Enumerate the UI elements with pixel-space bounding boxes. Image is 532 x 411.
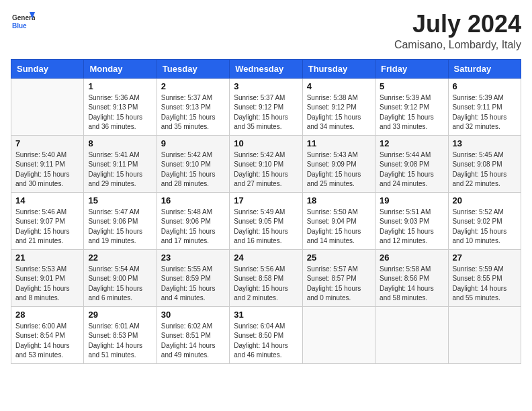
day-number: 16 <box>161 195 225 205</box>
day-number: 11 <box>307 138 371 148</box>
day-info: Sunrise: 5:48 AM Sunset: 9:06 PM Dayligh… <box>161 208 225 246</box>
day-info: Sunrise: 5:45 AM Sunset: 9:08 PM Dayligh… <box>453 150 517 189</box>
day-info: Sunrise: 5:49 AM Sunset: 9:05 PM Dayligh… <box>234 208 298 246</box>
weekday-header-row: SundayMondayTuesdayWednesdayThursdayFrid… <box>11 59 521 78</box>
day-info: Sunrise: 5:43 AM Sunset: 9:09 PM Dayligh… <box>307 150 371 189</box>
day-number: 19 <box>380 195 443 205</box>
day-cell: 5Sunrise: 5:39 AM Sunset: 9:12 PM Daylig… <box>375 78 448 135</box>
day-number: 2 <box>161 81 225 91</box>
day-info: Sunrise: 6:00 AM Sunset: 8:54 PM Dayligh… <box>15 322 79 361</box>
day-cell: 18Sunrise: 5:50 AM Sunset: 9:04 PM Dayli… <box>302 192 375 249</box>
day-number: 20 <box>453 195 517 205</box>
title-block: July 2024 Camisano, Lombardy, Italy <box>394 11 521 51</box>
day-cell: 3Sunrise: 5:37 AM Sunset: 9:12 PM Daylig… <box>230 78 302 135</box>
weekday-header-saturday: Saturday <box>448 59 521 78</box>
weekday-header-thursday: Thursday <box>302 59 375 78</box>
svg-text:Blue: Blue <box>12 22 27 30</box>
day-number: 8 <box>88 138 152 148</box>
day-cell: 15Sunrise: 5:47 AM Sunset: 9:06 PM Dayli… <box>84 192 157 249</box>
day-info: Sunrise: 5:59 AM Sunset: 8:55 PM Dayligh… <box>453 265 517 304</box>
day-cell: 9Sunrise: 5:42 AM Sunset: 9:10 PM Daylig… <box>157 135 229 192</box>
day-info: Sunrise: 5:55 AM Sunset: 8:59 PM Dayligh… <box>161 265 225 304</box>
day-cell: 30Sunrise: 6:02 AM Sunset: 8:51 PM Dayli… <box>157 306 229 363</box>
day-cell: 13Sunrise: 5:45 AM Sunset: 9:08 PM Dayli… <box>448 135 521 192</box>
day-info: Sunrise: 5:41 AM Sunset: 9:11 PM Dayligh… <box>88 150 152 189</box>
day-cell: 19Sunrise: 5:51 AM Sunset: 9:03 PM Dayli… <box>375 192 448 249</box>
day-cell: 6Sunrise: 5:39 AM Sunset: 9:11 PM Daylig… <box>448 78 521 135</box>
day-number: 1 <box>88 81 152 91</box>
day-number: 22 <box>88 253 152 263</box>
day-number: 28 <box>15 310 79 320</box>
day-info: Sunrise: 5:54 AM Sunset: 9:00 PM Dayligh… <box>88 265 152 304</box>
weekday-header-monday: Monday <box>84 59 157 78</box>
logo-container: General Blue <box>11 11 35 35</box>
day-info: Sunrise: 5:47 AM Sunset: 9:06 PM Dayligh… <box>88 208 152 246</box>
day-number: 6 <box>453 81 517 91</box>
day-info: Sunrise: 5:42 AM Sunset: 9:10 PM Dayligh… <box>161 150 225 189</box>
day-cell: 20Sunrise: 5:52 AM Sunset: 9:02 PM Dayli… <box>448 192 521 249</box>
day-cell: 4Sunrise: 5:38 AM Sunset: 9:12 PM Daylig… <box>302 78 375 135</box>
day-info: Sunrise: 5:39 AM Sunset: 9:12 PM Dayligh… <box>380 93 443 132</box>
logo: General Blue <box>11 11 35 35</box>
day-cell: 12Sunrise: 5:44 AM Sunset: 9:08 PM Dayli… <box>375 135 448 192</box>
day-number: 25 <box>307 253 371 263</box>
day-number: 26 <box>380 253 443 263</box>
day-cell <box>11 78 84 135</box>
day-number: 27 <box>453 253 517 263</box>
day-cell: 23Sunrise: 5:55 AM Sunset: 8:59 PM Dayli… <box>157 249 229 306</box>
day-cell: 8Sunrise: 5:41 AM Sunset: 9:11 PM Daylig… <box>84 135 157 192</box>
month-year-title: July 2024 <box>394 11 521 38</box>
week-row-4: 21Sunrise: 5:53 AM Sunset: 9:01 PM Dayli… <box>11 249 521 306</box>
day-cell: 26Sunrise: 5:58 AM Sunset: 8:56 PM Dayli… <box>375 249 448 306</box>
day-info: Sunrise: 5:53 AM Sunset: 9:01 PM Dayligh… <box>15 265 79 304</box>
day-cell: 21Sunrise: 5:53 AM Sunset: 9:01 PM Dayli… <box>11 249 84 306</box>
day-number: 24 <box>234 253 298 263</box>
day-info: Sunrise: 5:46 AM Sunset: 9:07 PM Dayligh… <box>15 208 79 246</box>
day-cell <box>448 306 521 363</box>
day-cell: 27Sunrise: 5:59 AM Sunset: 8:55 PM Dayli… <box>448 249 521 306</box>
day-cell: 14Sunrise: 5:46 AM Sunset: 9:07 PM Dayli… <box>11 192 84 249</box>
weekday-header-friday: Friday <box>375 59 448 78</box>
weekday-header-sunday: Sunday <box>11 59 84 78</box>
week-row-2: 7Sunrise: 5:40 AM Sunset: 9:11 PM Daylig… <box>11 135 521 192</box>
day-cell: 10Sunrise: 5:42 AM Sunset: 9:10 PM Dayli… <box>230 135 302 192</box>
day-number: 17 <box>234 195 298 205</box>
day-cell: 22Sunrise: 5:54 AM Sunset: 9:00 PM Dayli… <box>84 249 157 306</box>
day-info: Sunrise: 5:52 AM Sunset: 9:02 PM Dayligh… <box>453 208 517 246</box>
day-cell: 24Sunrise: 5:56 AM Sunset: 8:58 PM Dayli… <box>230 249 302 306</box>
day-number: 10 <box>234 138 298 148</box>
day-cell: 17Sunrise: 5:49 AM Sunset: 9:05 PM Dayli… <box>230 192 302 249</box>
day-number: 30 <box>161 310 225 320</box>
day-cell: 28Sunrise: 6:00 AM Sunset: 8:54 PM Dayli… <box>11 306 84 363</box>
day-cell: 25Sunrise: 5:57 AM Sunset: 8:57 PM Dayli… <box>302 249 375 306</box>
day-cell: 2Sunrise: 5:37 AM Sunset: 9:13 PM Daylig… <box>157 78 229 135</box>
day-number: 29 <box>88 310 152 320</box>
week-row-3: 14Sunrise: 5:46 AM Sunset: 9:07 PM Dayli… <box>11 192 521 249</box>
day-info: Sunrise: 5:37 AM Sunset: 9:13 PM Dayligh… <box>161 93 225 132</box>
day-cell: 16Sunrise: 5:48 AM Sunset: 9:06 PM Dayli… <box>157 192 229 249</box>
day-info: Sunrise: 5:58 AM Sunset: 8:56 PM Dayligh… <box>380 265 443 304</box>
day-cell: 29Sunrise: 6:01 AM Sunset: 8:53 PM Dayli… <box>84 306 157 363</box>
day-info: Sunrise: 5:57 AM Sunset: 8:57 PM Dayligh… <box>307 265 371 304</box>
week-row-5: 28Sunrise: 6:00 AM Sunset: 8:54 PM Dayli… <box>11 306 521 363</box>
day-cell: 31Sunrise: 6:04 AM Sunset: 8:50 PM Dayli… <box>230 306 302 363</box>
day-number: 9 <box>161 138 225 148</box>
day-info: Sunrise: 5:42 AM Sunset: 9:10 PM Dayligh… <box>234 150 298 189</box>
day-number: 23 <box>161 253 225 263</box>
calendar-table: SundayMondayTuesdayWednesdayThursdayFrid… <box>11 59 521 364</box>
weekday-header-wednesday: Wednesday <box>230 59 302 78</box>
page-header: General Blue July 2024 Camisano, Lombard… <box>11 11 521 51</box>
day-number: 7 <box>15 138 79 148</box>
day-number: 13 <box>453 138 517 148</box>
day-number: 12 <box>380 138 443 148</box>
day-info: Sunrise: 5:36 AM Sunset: 9:13 PM Dayligh… <box>88 93 152 132</box>
day-cell <box>375 306 448 363</box>
day-number: 3 <box>234 81 298 91</box>
day-info: Sunrise: 5:40 AM Sunset: 9:11 PM Dayligh… <box>15 150 79 189</box>
day-number: 15 <box>88 195 152 205</box>
day-info: Sunrise: 5:39 AM Sunset: 9:11 PM Dayligh… <box>453 93 517 132</box>
day-cell: 7Sunrise: 5:40 AM Sunset: 9:11 PM Daylig… <box>11 135 84 192</box>
weekday-header-tuesday: Tuesday <box>157 59 229 78</box>
day-number: 18 <box>307 195 371 205</box>
day-info: Sunrise: 5:37 AM Sunset: 9:12 PM Dayligh… <box>234 93 298 132</box>
